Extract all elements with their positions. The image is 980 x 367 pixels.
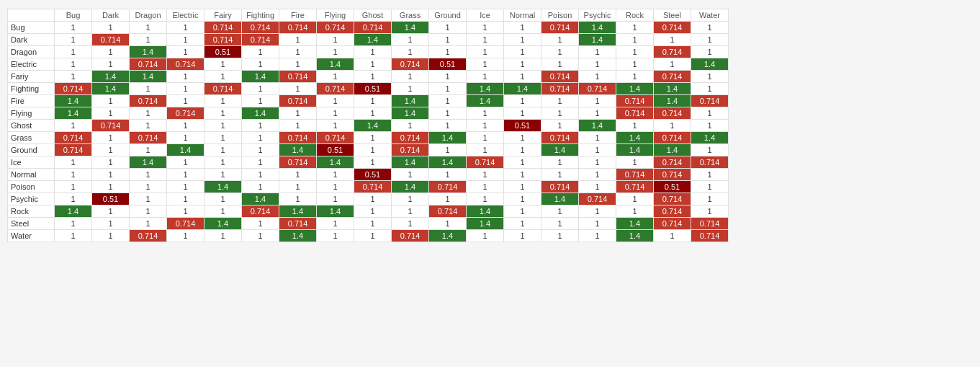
cell-rock-psychic: 1 bbox=[579, 205, 616, 218]
cell-water-grass: 0.714 bbox=[392, 230, 429, 242]
cell-ground-dragon: 1 bbox=[130, 144, 167, 156]
cell-poison-dragon: 1 bbox=[130, 181, 167, 193]
cell-flying-bug: 1.4 bbox=[55, 107, 92, 120]
cell-ground-steel: 1.4 bbox=[654, 144, 691, 156]
cell-steel-flying: 1 bbox=[317, 218, 354, 230]
cell-ghost-steel: 1 bbox=[654, 120, 691, 132]
cell-normal-psychic: 1 bbox=[579, 169, 616, 181]
cell-water-rock: 1.4 bbox=[616, 230, 654, 242]
cell-ghost-grass: 1 bbox=[392, 120, 429, 132]
cell-ice-poison: 1 bbox=[541, 156, 579, 169]
cell-grass-electric: 1 bbox=[167, 132, 204, 144]
cell-electric-normal: 1 bbox=[504, 58, 541, 71]
cell-poison-steel: 0.51 bbox=[654, 181, 691, 193]
cell-ice-water: 0.714 bbox=[691, 156, 729, 169]
cell-rock-dragon: 1 bbox=[130, 205, 167, 218]
cell-psychic-flying: 1 bbox=[317, 193, 354, 205]
row-label-rock: Rock bbox=[8, 205, 55, 218]
row-label-dark: Dark bbox=[8, 34, 55, 46]
cell-dragon-ghost: 1 bbox=[354, 46, 392, 58]
cell-ghost-fire: 1 bbox=[279, 120, 317, 132]
cell-grass-grass: 0.714 bbox=[392, 132, 429, 144]
cell-ice-ghost: 1 bbox=[354, 156, 392, 169]
col-header-bug: Bug bbox=[55, 9, 92, 22]
cell-ice-rock: 1 bbox=[616, 156, 654, 169]
cell-ground-water: 1 bbox=[691, 144, 729, 156]
cell-psychic-fire: 1 bbox=[279, 193, 317, 205]
cell-poison-grass: 1.4 bbox=[392, 181, 429, 193]
cell-rock-fairy: 1 bbox=[204, 205, 242, 218]
cell-flying-fairy: 1 bbox=[204, 107, 242, 120]
cell-fire-steel: 1.4 bbox=[654, 95, 691, 107]
cell-ground-ice: 1 bbox=[467, 144, 504, 156]
cell-grass-bug: 0.714 bbox=[55, 132, 92, 144]
cell-ice-normal: 1 bbox=[504, 156, 541, 169]
cell-rock-fighting: 0.714 bbox=[242, 205, 279, 218]
cell-psychic-water: 1 bbox=[691, 193, 729, 205]
cell-ghost-flying: 1 bbox=[317, 120, 354, 132]
cell-steel-steel: 0.714 bbox=[654, 218, 691, 230]
row-label-grass: Grass bbox=[8, 132, 55, 144]
cell-dark-fighting: 0.714 bbox=[242, 34, 279, 46]
cell-steel-grass: 1 bbox=[392, 218, 429, 230]
cell-electric-fighting: 1 bbox=[242, 58, 279, 71]
cell-ghost-ground: 1 bbox=[429, 120, 467, 132]
cell-flying-steel: 0.714 bbox=[654, 107, 691, 120]
cell-ghost-psychic: 1.4 bbox=[579, 120, 616, 132]
cell-steel-poison: 1 bbox=[541, 218, 579, 230]
cell-rock-water: 1 bbox=[691, 205, 729, 218]
cell-ground-rock: 1.4 bbox=[616, 144, 654, 156]
cell-bug-normal: 1 bbox=[504, 22, 541, 34]
cell-fariy-water: 1 bbox=[691, 71, 729, 83]
table-row: Steel1110.7141.410.71411111.41111.40.714… bbox=[8, 218, 729, 230]
cell-bug-rock: 1 bbox=[616, 22, 654, 34]
cell-rock-electric: 1 bbox=[167, 205, 204, 218]
cell-fighting-steel: 1.4 bbox=[654, 83, 691, 95]
cell-electric-rock: 1 bbox=[616, 58, 654, 71]
cell-fighting-normal: 1.4 bbox=[504, 83, 541, 95]
cell-normal-electric: 1 bbox=[167, 169, 204, 181]
cell-ground-electric: 1.4 bbox=[167, 144, 204, 156]
cell-poison-normal: 1 bbox=[504, 181, 541, 193]
cell-fighting-ground: 1 bbox=[429, 83, 467, 95]
col-header-psychic: Psychic bbox=[579, 9, 616, 22]
col-header-fighting: Fighting bbox=[242, 9, 279, 22]
cell-grass-fairy: 1 bbox=[204, 132, 242, 144]
row-label-fariy: Fariy bbox=[8, 71, 55, 83]
cell-fire-fairy: 1 bbox=[204, 95, 242, 107]
cell-fariy-ground: 1 bbox=[429, 71, 467, 83]
cell-ice-fighting: 1 bbox=[242, 156, 279, 169]
cell-fire-fighting: 1 bbox=[242, 95, 279, 107]
cell-dragon-ground: 1 bbox=[429, 46, 467, 58]
cell-water-water: 0.714 bbox=[691, 230, 729, 242]
cell-electric-ground: 0.51 bbox=[429, 58, 467, 71]
cell-poison-fighting: 1 bbox=[242, 181, 279, 193]
cell-grass-dark: 1 bbox=[92, 132, 130, 144]
cell-normal-dragon: 1 bbox=[130, 169, 167, 181]
table-row: Bug11110.7140.7140.7140.7140.7141.41110.… bbox=[8, 22, 729, 34]
cell-ghost-electric: 1 bbox=[167, 120, 204, 132]
cell-fire-water: 0.714 bbox=[691, 95, 729, 107]
cell-dark-poison: 1 bbox=[541, 34, 579, 46]
cell-water-normal: 1 bbox=[504, 230, 541, 242]
cell-flying-psychic: 1 bbox=[579, 107, 616, 120]
cell-fariy-electric: 1 bbox=[167, 71, 204, 83]
cell-fighting-fighting: 1 bbox=[242, 83, 279, 95]
cell-bug-dragon: 1 bbox=[130, 22, 167, 34]
cell-fariy-ghost: 1 bbox=[354, 71, 392, 83]
cell-rock-rock: 1 bbox=[616, 205, 654, 218]
cell-fariy-flying: 1 bbox=[317, 71, 354, 83]
cell-dark-grass: 1 bbox=[392, 34, 429, 46]
cell-dark-rock: 1 bbox=[616, 34, 654, 46]
cell-electric-bug: 1 bbox=[55, 58, 92, 71]
cell-steel-normal: 1 bbox=[504, 218, 541, 230]
cell-ghost-poison: 1 bbox=[541, 120, 579, 132]
cell-ground-dark: 1 bbox=[92, 144, 130, 156]
cell-water-dark: 1 bbox=[92, 230, 130, 242]
cell-grass-fire: 0.714 bbox=[279, 132, 317, 144]
table-row: Flying1.4110.71411.41111.4111110.7140.71… bbox=[8, 107, 729, 120]
cell-dark-psychic: 1.4 bbox=[579, 34, 616, 46]
cell-flying-water: 1 bbox=[691, 107, 729, 120]
cell-dragon-dark: 1 bbox=[92, 46, 130, 58]
cell-bug-ground: 1 bbox=[429, 22, 467, 34]
